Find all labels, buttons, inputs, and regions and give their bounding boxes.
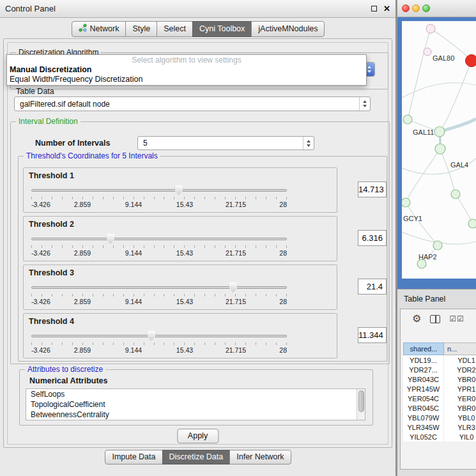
tab-jactivemnodules[interactable]: jActiveMNodules: [251, 21, 325, 37]
tab-style[interactable]: Style: [125, 21, 157, 37]
table-row[interactable]: YDL19...YDL1: [403, 355, 476, 365]
cell[interactable]: YBL0: [444, 413, 476, 422]
mac-minimize-icon[interactable]: [412, 4, 420, 12]
cell[interactable]: YBR043C: [403, 374, 444, 384]
node[interactable]: [435, 144, 445, 154]
checkbox-filter-icon[interactable]: ☑☑: [449, 315, 464, 323]
table-data-combobox[interactable]: galFiltered.sif default node: [14, 96, 371, 111]
slider-track[interactable]: [31, 335, 287, 337]
tab-infer-network[interactable]: Infer Network: [229, 450, 291, 464]
dropdown-option-manual[interactable]: Manual Discretization: [7, 65, 366, 75]
node[interactable]: [403, 115, 412, 124]
scale-label: 15.43: [176, 346, 193, 354]
table-panel-body: ⚙ ☑☑ shared... n... YDL19...YDL1 YDR27..…: [400, 309, 476, 470]
cell[interactable]: YER0: [444, 394, 476, 403]
number-of-intervals-combobox[interactable]: 5: [137, 136, 314, 150]
combobox-arrows-icon[interactable]: [303, 137, 314, 150]
node[interactable]: [402, 198, 410, 207]
node[interactable]: [433, 241, 442, 250]
scale-label: 28: [279, 346, 287, 354]
scale-label: 21.715: [226, 298, 246, 305]
column-header-shared-name[interactable]: shared...: [403, 342, 444, 355]
close-icon[interactable]: ✕: [383, 4, 390, 13]
threshold-value-field[interactable]: 6.316: [358, 230, 387, 246]
slider-thumb[interactable]: [174, 185, 183, 196]
node[interactable]: [434, 127, 445, 137]
combobox-arrows-icon[interactable]: [359, 97, 370, 111]
mac-close-icon[interactable]: [402, 4, 410, 12]
mac-zoom-icon[interactable]: [422, 4, 430, 12]
cell[interactable]: YDR27...: [403, 365, 444, 374]
tab-network[interactable]: Network: [72, 21, 127, 37]
cell[interactable]: YER054C: [403, 394, 444, 403]
window-title: Control Panel: [5, 4, 56, 13]
tab-select[interactable]: Select: [157, 21, 193, 37]
cell[interactable]: YBR0: [444, 374, 476, 384]
gear-icon[interactable]: ⚙: [412, 314, 421, 324]
cell[interactable]: YLR345W: [403, 422, 444, 432]
cell[interactable]: YBL079W: [403, 413, 444, 422]
table-row[interactable]: YBR043CYBR0: [403, 374, 476, 384]
table-row[interactable]: YLR345WYLR3: [403, 422, 476, 432]
node[interactable]: [426, 24, 435, 33]
slider-thumb[interactable]: [229, 282, 238, 293]
cell[interactable]: YLR3: [444, 422, 476, 432]
slider-track[interactable]: [31, 238, 287, 240]
columns-icon[interactable]: [430, 315, 440, 323]
table-row[interactable]: YPR145WYPR1: [403, 384, 476, 394]
scrollbar-thumb[interactable]: [358, 390, 364, 412]
table-row[interactable]: YER054CYER0: [403, 394, 476, 403]
network-canvas[interactable]: GAL80 GAL11 GAL4 GCY1 HAP2: [402, 21, 476, 279]
node[interactable]: [424, 48, 431, 56]
node[interactable]: [417, 259, 426, 268]
table-row[interactable]: YBL079WYBL0: [403, 413, 476, 422]
attributes-list[interactable]: SelfLoops TopologicalCoefficient Between…: [26, 388, 365, 420]
cell[interactable]: YIL0: [444, 432, 476, 441]
scale-label: 21.715: [226, 201, 246, 208]
cell[interactable]: YBR0: [444, 403, 476, 413]
cell[interactable]: YPR1: [444, 384, 476, 394]
network-graph[interactable]: GAL80 GAL11 GAL4 GCY1 HAP2: [402, 21, 476, 279]
threshold-slider[interactable]: -3.426 2.859 9.144 15.43 21.715 28: [31, 234, 287, 259]
threshold-slider[interactable]: -3.426 2.859 9.144 15.43 21.715 28: [31, 185, 287, 211]
slider-track[interactable]: [31, 189, 287, 192]
apply-button[interactable]: Apply: [177, 429, 219, 443]
cell[interactable]: YBR045C: [403, 403, 444, 413]
control-panel-titlebar: Control Panel ✕: [0, 0, 395, 18]
threshold-slider[interactable]: -3.426 2.859 9.144 15.43 21.715 28: [31, 331, 287, 357]
threshold-panel: Threshold 4 -3.426 2.859 9.144 15.43 21.…: [23, 313, 337, 358]
cell[interactable]: YDR2: [444, 365, 476, 374]
slider-thumb[interactable]: [107, 234, 115, 244]
threshold-value-field[interactable]: 21.4: [358, 279, 387, 295]
dropdown-option-equal-width[interactable]: Equal Width/Frequency Discretization: [7, 75, 366, 84]
table-row[interactable]: YBR045CYBR0: [403, 403, 476, 413]
maximize-icon[interactable]: [371, 6, 377, 12]
table-panel-title: Table Panel: [404, 295, 445, 303]
selected-node[interactable]: [466, 55, 476, 67]
cell[interactable]: YDL19...: [403, 355, 444, 365]
network-view-window: GAL80 GAL11 GAL4 GCY1 HAP2: [397, 0, 476, 289]
node[interactable]: [451, 190, 460, 199]
threshold-slider[interactable]: -3.426 2.859 9.144 15.43 21.715 28: [31, 282, 287, 308]
table-row[interactable]: YIL052CYIL0: [403, 432, 476, 441]
scale-label: -3.426: [31, 249, 50, 257]
tab-cyni-toolbox[interactable]: Cyni Toolbox: [192, 21, 252, 37]
threshold-value-field[interactable]: 11.344: [358, 327, 387, 343]
slider-track[interactable]: [31, 286, 287, 289]
list-item[interactable]: BetweennessCentrality: [26, 410, 365, 420]
column-header-name[interactable]: n...: [444, 342, 476, 355]
scrollbar[interactable]: [357, 389, 365, 420]
list-item[interactable]: SelfLoops: [26, 389, 365, 399]
cell[interactable]: YDL1: [444, 355, 476, 365]
list-item[interactable]: TopologicalCoefficient: [26, 399, 365, 410]
slider-thumb[interactable]: [148, 331, 156, 341]
tab-impute-data[interactable]: Impute Data: [105, 450, 162, 464]
table-row[interactable]: YDR27...YDR2: [403, 365, 476, 374]
node[interactable]: [468, 219, 476, 228]
cell[interactable]: YPR145W: [403, 384, 444, 394]
tab-discretize-data[interactable]: Discretize Data: [162, 450, 231, 464]
threshold-value-field[interactable]: 14.713: [358, 181, 387, 197]
table-toolbar: ⚙ ☑☑: [401, 309, 476, 328]
scale-label: 28: [279, 249, 287, 257]
cell[interactable]: YIL052C: [403, 432, 444, 441]
